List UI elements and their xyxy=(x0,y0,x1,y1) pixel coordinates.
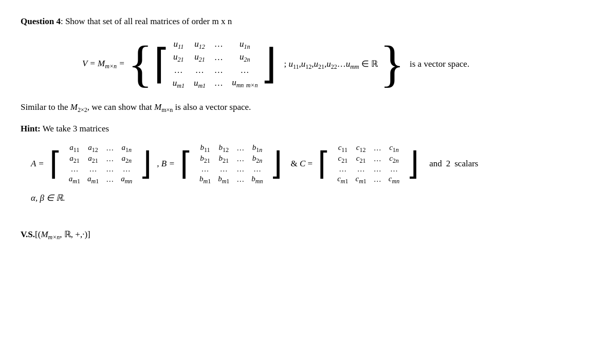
matrix-bracket-right: ⌋ xyxy=(261,47,277,82)
definition-block: V = Mm×n = { ⌈ u11 u12 … u1n u21 u21 … u… xyxy=(82,37,584,91)
question-rest: : Show that set of all real matrices of … xyxy=(61,16,232,26)
similar-text: Similar to the M2×2, we can show that Mm… xyxy=(21,101,584,114)
matrix-C: c11 c12 … c1n c21 c21 … c2n … … … … cm1 … xyxy=(335,142,401,185)
small-bracket-left-A: ⌈ xyxy=(49,150,62,178)
small-bracket-right-B: ⌋ xyxy=(270,150,282,178)
and-scalars: and 2 scalars xyxy=(429,159,478,169)
number-2: 2 xyxy=(446,159,451,169)
big-curly-left: { xyxy=(128,44,153,85)
alpha-beta-line: α, β ∈ ℝ. xyxy=(31,193,584,203)
vs-block: V.S.[(Mm×n, ℝ, +,·)] xyxy=(21,229,584,240)
question-title: Question 4: Show that set of all real ma… xyxy=(21,15,584,28)
vs-label: V.S. xyxy=(21,229,35,239)
small-bracket-left-C: ⌈ xyxy=(318,150,330,178)
matrix-V: u11 u12 … u1n u21 u21 … u2n … … … … um1 … xyxy=(170,37,261,91)
question-bold: Question 4 xyxy=(21,16,61,26)
comma-b-label: , B = xyxy=(157,159,175,169)
matrix-a-label: A = xyxy=(31,159,44,169)
is-a-vector-space: is a vector space. xyxy=(410,59,469,69)
hint-label: Hint: xyxy=(21,124,41,133)
hint-text: We take 3 matrices xyxy=(41,124,109,133)
matrix-A: a11 a12 … a1n a21 a21 … a2n … … … … am1 … xyxy=(67,142,135,185)
v-label: V = Mm×n = xyxy=(82,59,125,69)
scalars-text: scalars xyxy=(454,159,478,169)
amp-c-label: & C = xyxy=(290,159,313,169)
vs-M: M xyxy=(41,229,48,239)
vs-subscript: m×n xyxy=(48,234,60,241)
vs-bracket-open: [( xyxy=(35,229,41,239)
hint-block: Hint: We take 3 matrices xyxy=(21,124,584,134)
matrix-B: b11 b12 … b1n b21 b21 … b2n … … … … bm1 … xyxy=(197,142,265,185)
big-curly-right: } xyxy=(380,44,405,85)
condition-text: ; u11,u12,u21,u22…umm ∈ ℝ xyxy=(284,59,378,70)
matrices-row: A = ⌈ a11 a12 … a1n a21 a21 … a2n … … … … xyxy=(31,142,584,185)
small-bracket-right-A: ⌋ xyxy=(139,150,152,178)
matrix-bracket-left: ⌈ xyxy=(154,47,170,82)
and-text: and xyxy=(429,159,442,169)
small-bracket-right-C: ⌋ xyxy=(407,150,419,178)
vs-rest: , ℝ, +,·)] xyxy=(60,229,90,239)
small-bracket-left-B: ⌈ xyxy=(180,150,192,178)
